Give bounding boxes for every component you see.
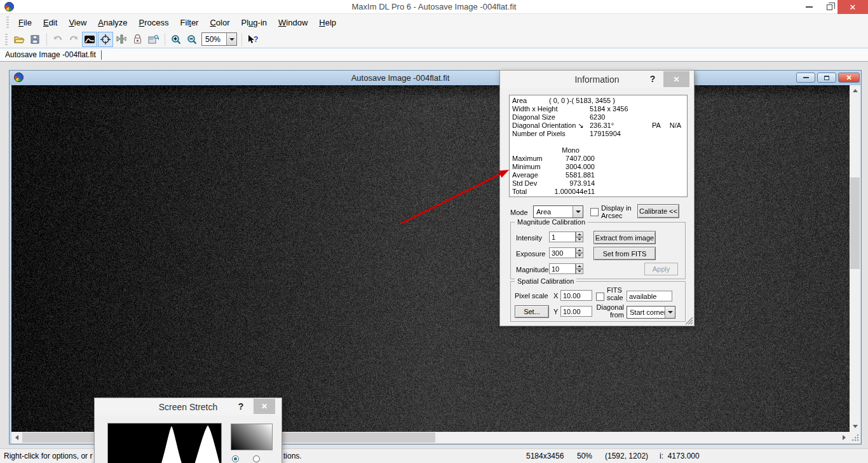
apply-button[interactable]: Apply: [644, 263, 678, 275]
stat-value: 5184 x 3456: [590, 105, 628, 113]
magnitude-spinner[interactable]: [576, 263, 583, 274]
open-button[interactable]: [11, 32, 27, 47]
scroll-right-button[interactable]: [839, 432, 850, 443]
calibrate-button[interactable]: Calibrate <<: [637, 204, 679, 218]
diagonal-from-value: Start corner: [627, 307, 665, 318]
restore-button[interactable]: [820, 0, 839, 14]
dialog-help-button[interactable]: ?: [236, 401, 246, 411]
down-arrow-icon: [578, 238, 581, 240]
extract-from-image-button[interactable]: Extract from image: [593, 231, 656, 244]
spin-up-button[interactable]: [576, 247, 583, 253]
stat-label: Area: [512, 97, 549, 105]
right-arrow-icon: [843, 435, 846, 440]
image-window-close-button[interactable]: ✕: [838, 73, 860, 83]
menu-edit[interactable]: Edit: [37, 16, 63, 29]
stat-label: Std Dev: [512, 179, 546, 188]
magnitude-label: Magnitude: [516, 266, 548, 273]
vertical-scrollbar[interactable]: [850, 85, 860, 432]
screen-stretch-toggle-button[interactable]: [82, 32, 97, 47]
stat-value: 236.31°: [590, 121, 638, 130]
size-grip-icon: [851, 433, 860, 442]
intensity-input[interactable]: [549, 232, 576, 242]
fits-scale-checkbox[interactable]: [596, 293, 604, 301]
combo-dropdown-button[interactable]: [573, 206, 583, 218]
fits-scale-availability-field[interactable]: [627, 291, 672, 301]
stat-row-maximum: Maximum7407.000: [512, 155, 684, 163]
scroll-up-button[interactable]: [850, 85, 860, 96]
screen-stretch-titlebar[interactable]: Screen Stretch ? ✕: [95, 398, 281, 415]
menu-analyze[interactable]: Analyze: [92, 16, 133, 29]
redo-button[interactable]: [66, 32, 81, 47]
intensity-spinner[interactable]: [576, 232, 583, 242]
dialog-help-button[interactable]: ?: [648, 74, 658, 84]
zoom-in-button[interactable]: [168, 32, 184, 47]
image-window-minimize-button[interactable]: [796, 73, 815, 83]
histogram-panel[interactable]: [107, 423, 222, 463]
toolbar-grip[interactable]: [5, 34, 8, 45]
menu-process[interactable]: Process: [133, 16, 175, 29]
scroll-down-button[interactable]: [850, 421, 860, 432]
menu-window[interactable]: Window: [273, 16, 313, 29]
information-dialog-titlebar[interactable]: Information ? ✕: [500, 71, 694, 88]
pixel-scale-y-input[interactable]: [560, 306, 592, 317]
display-in-arcsec-checkbox[interactable]: [590, 208, 599, 216]
flat-field-image[interactable]: [11, 85, 850, 432]
image-statistics-panel: Area( 0, 0 )-( 5183, 3455 ) Width x Heig…: [509, 95, 688, 197]
set-button[interactable]: Set...: [515, 305, 549, 318]
minimize-button[interactable]: [799, 0, 818, 14]
batch-convert-button[interactable]: [146, 32, 161, 47]
menu-help[interactable]: Help: [313, 16, 342, 29]
main-titlebar[interactable]: MaxIm DL Pro 6 - Autosave Image -004flat…: [0, 0, 868, 14]
spin-up-button[interactable]: [576, 263, 583, 269]
menu-plugin[interactable]: Plug-in: [236, 16, 273, 29]
status-message: Right-click for options, or r: [4, 452, 92, 460]
stretch-option-radio-1[interactable]: [232, 455, 239, 462]
magnitude-input[interactable]: [549, 263, 576, 274]
information-toggle-button[interactable]: [98, 32, 113, 47]
menu-label: Pl: [241, 18, 249, 27]
pixel-scale-x-input[interactable]: [560, 290, 592, 301]
up-arrow-icon: [578, 249, 581, 251]
open-folder-icon: [14, 35, 25, 44]
dialog-resize-grip[interactable]: [684, 316, 693, 325]
menu-accel: V: [69, 18, 74, 27]
stat-label: Width x Height: [512, 105, 590, 113]
spin-down-button[interactable]: [576, 269, 583, 275]
menubar-grip[interactable]: [6, 17, 9, 28]
combo-dropdown-button[interactable]: [226, 33, 236, 45]
dialog-close-button[interactable]: ✕: [254, 399, 275, 414]
scrollbar-corner-grip[interactable]: [850, 432, 860, 443]
exposure-input[interactable]: [549, 247, 576, 258]
spin-up-button[interactable]: [576, 232, 583, 237]
mirror-button[interactable]: [114, 32, 129, 47]
spatial-calibration-title: Spatial Calibration: [515, 277, 576, 285]
information-dialog[interactable]: Information ? ✕ Area( 0, 0 )-( 5183, 345…: [499, 70, 695, 326]
zoom-out-button[interactable]: [184, 32, 200, 47]
stretch-option-radio-2[interactable]: [253, 455, 260, 462]
dialog-close-button[interactable]: ✕: [663, 71, 689, 87]
image-window-restore-button[interactable]: [817, 73, 836, 83]
menu-filter[interactable]: Filter: [175, 16, 205, 29]
save-button[interactable]: [27, 32, 43, 47]
menu-file[interactable]: File: [13, 16, 37, 29]
undo-button[interactable]: [50, 32, 65, 47]
exposure-spinner[interactable]: [576, 247, 583, 258]
menu-view[interactable]: View: [63, 16, 92, 29]
screen-stretch-dialog[interactable]: Screen Stretch ? ✕: [94, 397, 282, 463]
spin-down-button[interactable]: [576, 253, 583, 259]
diagonal-from-combobox[interactable]: Start corner: [627, 306, 675, 319]
spin-down-button[interactable]: [576, 237, 583, 243]
scroll-left-button[interactable]: [11, 432, 22, 443]
zoom-level-combobox[interactable]: 50%: [201, 32, 237, 46]
tab-autosave-image[interactable]: Autosave Image -004flat.fit: [0, 49, 100, 60]
vertical-scroll-thumb[interactable]: [850, 177, 860, 269]
menu-color[interactable]: Color: [204, 16, 235, 29]
close-button[interactable]: ✕: [837, 0, 868, 14]
context-help-button[interactable]: ?: [245, 32, 261, 47]
set-from-fits-button[interactable]: Set from FITS: [593, 247, 656, 260]
protect-button[interactable]: [130, 32, 145, 47]
combo-dropdown-button[interactable]: [665, 307, 675, 318]
mode-combobox[interactable]: Area: [533, 205, 583, 218]
image-window-titlebar[interactable]: Autosave Image -004flat.fit ✕: [10, 71, 861, 85]
image-document-window[interactable]: Autosave Image -004flat.fit ✕: [9, 70, 862, 445]
